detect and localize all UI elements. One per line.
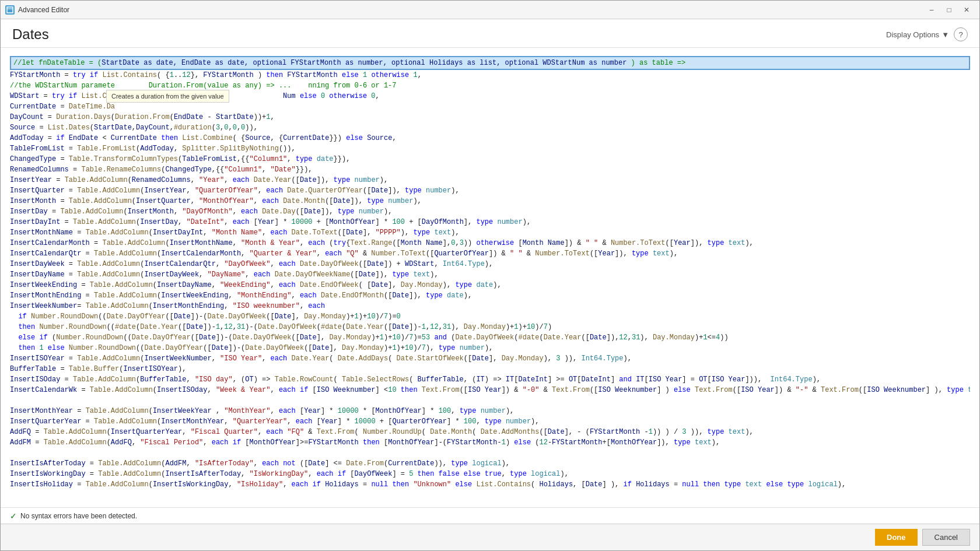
page-title: Dates — [12, 26, 49, 43]
window-controls: – □ ✕ — [923, 3, 975, 17]
footer: Done Cancel — [1, 524, 979, 550]
minimize-button[interactable]: – — [923, 3, 940, 17]
display-options-button[interactable]: Display Options ▼ — [886, 30, 949, 39]
close-button[interactable]: ✕ — [958, 3, 975, 17]
code-container[interactable]: Creates a duration from the given value … — [10, 54, 970, 501]
help-icon: ? — [958, 30, 963, 39]
main-window: Advanced Editor – □ ✕ Dates Display Opti… — [0, 0, 980, 551]
chevron-down-icon: ▼ — [942, 30, 949, 39]
done-button[interactable]: Done — [875, 529, 918, 546]
svg-rect-0 — [7, 7, 13, 13]
help-button[interactable]: ? — [954, 27, 968, 41]
editor-area: Creates a duration from the given value … — [1, 48, 979, 507]
code-editor[interactable]: //let fnDateTable = (StartDate as date, … — [10, 54, 970, 501]
window-icon — [5, 5, 15, 15]
maximize-button[interactable]: □ — [941, 3, 957, 17]
selected-line: //let fnDateTable = (StartDate as date, … — [10, 56, 970, 70]
header: Dates Display Options ▼ ? — [1, 19, 979, 48]
status-check-icon: ✓ — [10, 511, 17, 521]
status-message: No syntax errors have been detected. — [20, 512, 137, 520]
title-bar: Advanced Editor – □ ✕ — [1, 1, 979, 19]
window-title: Advanced Editor — [18, 6, 923, 14]
status-bar: ✓ No syntax errors have been detected. — [1, 507, 979, 524]
display-options-label: Display Options — [886, 30, 939, 39]
cancel-button[interactable]: Cancel — [922, 529, 970, 546]
header-actions: Display Options ▼ ? — [886, 27, 968, 41]
